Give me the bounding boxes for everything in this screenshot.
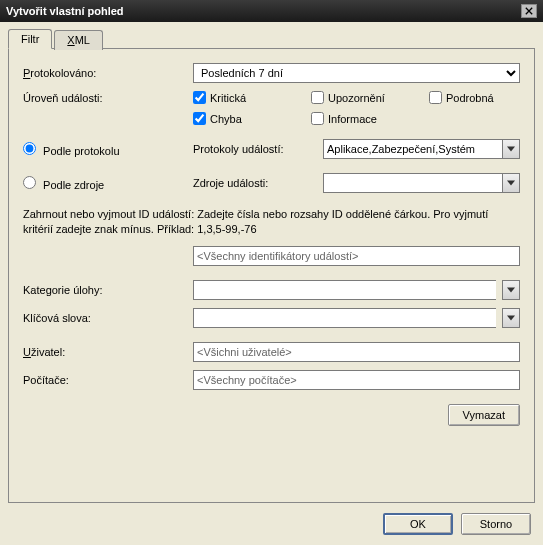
- tab-panel-filter: Protokolováno: Posledních 7 dní Úroveň u…: [8, 48, 535, 503]
- logged-select[interactable]: Posledních 7 dní: [193, 63, 520, 83]
- computers-input[interactable]: [193, 370, 520, 390]
- label-task-category: Kategorie úlohy:: [23, 284, 193, 296]
- event-sources-dropdown-button[interactable]: [502, 173, 520, 193]
- dialog-footer: OK Storno: [8, 503, 535, 537]
- event-logs-dropdown-button[interactable]: [502, 139, 520, 159]
- radio-by-log[interactable]: Podle protokolu: [23, 142, 120, 157]
- checkbox-warning[interactable]: Upozornění: [311, 91, 401, 104]
- event-ids-input[interactable]: [193, 246, 520, 266]
- close-button[interactable]: [521, 4, 537, 18]
- task-category-dropdown-button[interactable]: [502, 280, 520, 300]
- keywords-input[interactable]: [193, 308, 496, 328]
- label-keywords: Klíčová slova:: [23, 312, 193, 324]
- dialog-body: Filtr XML Protokolováno: Posledních 7 dn…: [0, 22, 543, 545]
- chevron-down-icon: [507, 287, 515, 293]
- checkbox-error-input[interactable]: [193, 112, 206, 125]
- ok-button[interactable]: OK: [383, 513, 453, 535]
- chevron-down-icon: [507, 315, 515, 321]
- checkbox-warning-input[interactable]: [311, 91, 324, 104]
- checkbox-critical-input[interactable]: [193, 91, 206, 104]
- label-computers: Počítače:: [23, 374, 193, 386]
- checkbox-error[interactable]: Chyba: [193, 112, 283, 125]
- label-user: Uživatel:: [23, 346, 193, 358]
- task-category-input[interactable]: [193, 280, 496, 300]
- event-id-help: Zahrnout nebo vyjmout ID událostí: Zadej…: [23, 207, 520, 238]
- label-event-sources: Zdroje události:: [193, 177, 323, 189]
- checkbox-critical[interactable]: Kritická: [193, 91, 283, 104]
- checkbox-verbose[interactable]: Podrobná: [429, 91, 519, 104]
- label-level: Úroveň události:: [23, 92, 193, 104]
- event-logs-input[interactable]: [323, 139, 502, 159]
- clear-button[interactable]: Vymazat: [448, 404, 520, 426]
- user-input[interactable]: [193, 342, 520, 362]
- window-title: Vytvořit vlastní pohled: [6, 5, 124, 17]
- radio-by-source-input[interactable]: [23, 176, 36, 189]
- titlebar: Vytvořit vlastní pohled: [0, 0, 543, 22]
- radio-by-source[interactable]: Podle zdroje: [23, 176, 104, 191]
- tab-xml[interactable]: XML: [54, 30, 103, 50]
- radio-by-log-input[interactable]: [23, 142, 36, 155]
- label-logged: Protokolováno:: [23, 67, 193, 79]
- checkbox-information-input[interactable]: [311, 112, 324, 125]
- cancel-button[interactable]: Storno: [461, 513, 531, 535]
- keywords-dropdown-button[interactable]: [502, 308, 520, 328]
- label-event-logs: Protokoly událostí:: [193, 143, 323, 155]
- chevron-down-icon: [507, 146, 515, 152]
- chevron-down-icon: [507, 180, 515, 186]
- checkbox-verbose-input[interactable]: [429, 91, 442, 104]
- tab-filter[interactable]: Filtr: [8, 29, 52, 49]
- tab-strip: Filtr XML: [8, 28, 535, 48]
- checkbox-information[interactable]: Informace: [311, 112, 401, 125]
- event-sources-input[interactable]: [323, 173, 502, 193]
